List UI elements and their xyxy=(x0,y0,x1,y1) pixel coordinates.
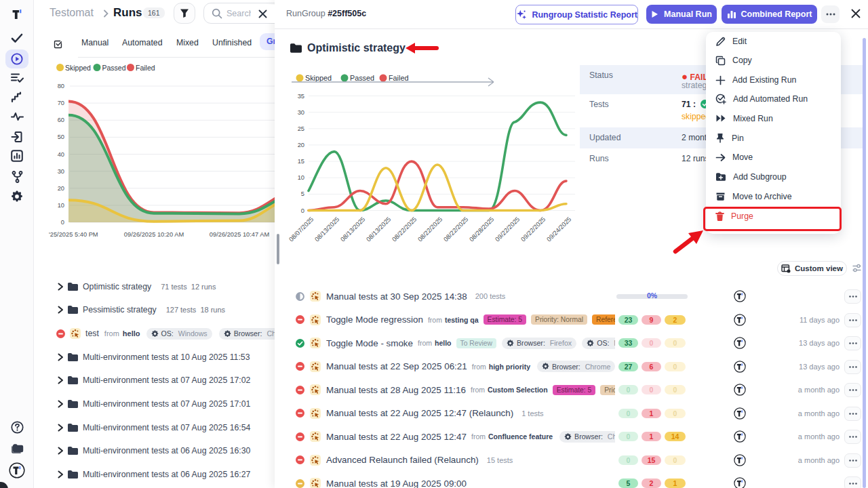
svg-text:5: 5 xyxy=(301,190,304,197)
svg-text:0: 0 xyxy=(61,219,64,226)
svg-text:10: 10 xyxy=(298,174,304,181)
svg-text:08/13/2025: 08/13/2025 xyxy=(339,216,366,243)
svg-text:Skipped: Skipped xyxy=(65,64,91,72)
svg-text:50: 50 xyxy=(58,134,64,140)
svg-text:Skipped: Skipped xyxy=(305,74,332,82)
svg-text:'25/2025 5:40 PM: '25/2025 5:40 PM xyxy=(49,231,98,238)
svg-text:30: 30 xyxy=(58,168,64,175)
svg-text:08/13/2025: 08/13/2025 xyxy=(365,216,392,243)
svg-text:08/07/2025: 08/07/2025 xyxy=(288,216,315,243)
svg-text:60: 60 xyxy=(58,117,64,123)
svg-text:70: 70 xyxy=(58,100,64,106)
svg-text:08/22/2025: 08/22/2025 xyxy=(391,216,418,243)
svg-text:Passed: Passed xyxy=(102,64,126,72)
svg-text:80: 80 xyxy=(58,83,64,89)
svg-text:30: 30 xyxy=(298,109,304,116)
svg-text:08/28/2025: 08/28/2025 xyxy=(468,216,495,243)
svg-text:Passed: Passed xyxy=(350,74,374,82)
svg-text:15: 15 xyxy=(298,158,304,165)
svg-text:Failed: Failed xyxy=(389,74,408,82)
svg-text:Failed: Failed xyxy=(136,64,155,72)
svg-text:20: 20 xyxy=(58,185,64,192)
svg-text:08/22/2025: 08/22/2025 xyxy=(416,216,443,243)
svg-text:40: 40 xyxy=(58,151,64,158)
svg-text:10: 10 xyxy=(58,202,64,209)
svg-text:09/22/2025: 09/22/2025 xyxy=(494,216,521,243)
svg-text:20: 20 xyxy=(298,142,304,148)
svg-text:09/24/2025: 09/24/2025 xyxy=(545,216,572,243)
svg-text:0: 0 xyxy=(301,207,304,214)
svg-text:08/22/2025: 08/22/2025 xyxy=(442,216,469,243)
svg-text:25: 25 xyxy=(298,125,304,132)
svg-text:09/26/2025 10:47 AM: 09/26/2025 10:47 AM xyxy=(210,231,269,238)
svg-text:35: 35 xyxy=(298,93,304,100)
svg-text:09/26/2025 10:20 AM: 09/26/2025 10:20 AM xyxy=(124,231,184,238)
svg-text:08/13/2025: 08/13/2025 xyxy=(313,216,340,243)
svg-text:09/22/2025: 09/22/2025 xyxy=(519,216,547,243)
